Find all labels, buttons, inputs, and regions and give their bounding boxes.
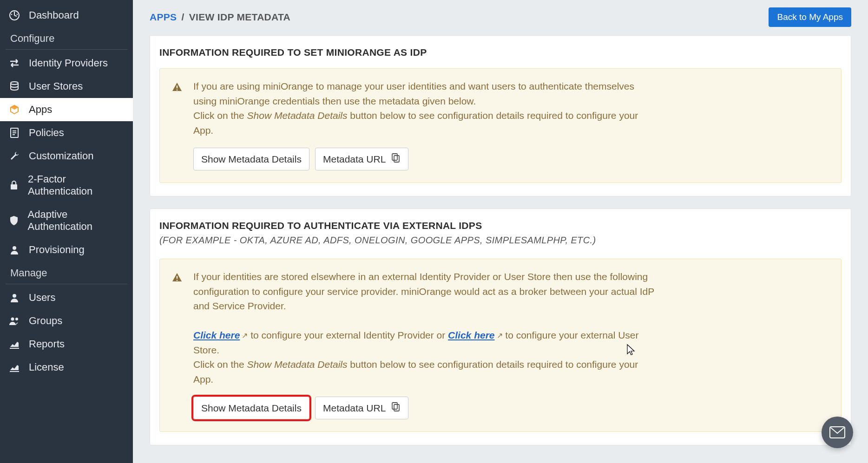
sidebar-item-user-stores[interactable]: User Stores xyxy=(0,75,133,98)
contact-mail-fab[interactable] xyxy=(822,417,853,448)
svg-rect-18 xyxy=(394,404,399,411)
svg-point-12 xyxy=(13,246,16,250)
external-link-icon: ↗ xyxy=(497,330,503,341)
alert-text-p3: Click on the Show Metadata Details butto… xyxy=(193,357,658,386)
lock-icon xyxy=(8,180,20,191)
sidebar-item-2fa[interactable]: 2-Factor Authentication xyxy=(0,168,133,203)
alert-text-p2: Click here↗ to configure your external I… xyxy=(193,328,658,357)
sidebar-item-label: Apps xyxy=(29,104,52,116)
warning-icon xyxy=(172,82,182,170)
users-icon xyxy=(8,316,20,326)
arrows-icon xyxy=(8,59,20,68)
chart-icon xyxy=(8,363,20,372)
sidebar-item-users[interactable]: Users xyxy=(0,286,133,309)
external-link-icon: ↗ xyxy=(242,330,248,341)
sidebar-item-label: User Stores xyxy=(29,80,83,92)
sidebar-item-reports[interactable]: Reports xyxy=(0,333,133,356)
user-icon xyxy=(8,244,20,255)
chart-icon xyxy=(8,339,20,349)
sidebar: Dashboard Configure Identity Providers U… xyxy=(0,0,133,463)
card-title: INFORMATION REQUIRED TO SET MINIORANGE A… xyxy=(159,47,842,58)
click-here-idp-link[interactable]: Click here xyxy=(193,330,240,340)
svg-rect-17 xyxy=(392,154,397,160)
sidebar-item-adaptive-auth[interactable]: Adaptive Authentication xyxy=(0,203,133,238)
sidebar-item-label: License xyxy=(29,361,64,373)
svg-rect-11 xyxy=(11,184,17,189)
copy-icon xyxy=(391,402,401,414)
page-header: APPS / VIEW IDP METADATA Back to My Apps xyxy=(150,0,851,35)
svg-point-4 xyxy=(17,14,18,15)
breadcrumb-separator: / xyxy=(182,12,184,22)
copy-icon xyxy=(391,153,401,165)
svg-point-13 xyxy=(13,294,16,298)
sidebar-item-label: Customization xyxy=(29,150,93,162)
breadcrumb: APPS / VIEW IDP METADATA xyxy=(150,12,290,23)
metadata-url-button[interactable]: Metadata URL xyxy=(315,397,408,419)
card-external-idps: INFORMATION REQUIRED TO AUTHENTICATE VIA… xyxy=(150,209,851,445)
sidebar-item-label: Identity Providers xyxy=(29,57,108,69)
sidebar-item-label: Groups xyxy=(29,315,62,327)
sidebar-item-identity-providers[interactable]: Identity Providers xyxy=(0,52,133,75)
metadata-url-button[interactable]: Metadata URL xyxy=(315,148,408,170)
metadata-url-label: Metadata URL xyxy=(323,154,386,165)
alert-text-p1: If your identities are stored elsewhere … xyxy=(193,269,658,313)
button-row: Show Metadata Details Metadata URL xyxy=(193,148,658,170)
divider xyxy=(6,49,127,50)
sidebar-item-label: Users xyxy=(29,292,55,304)
show-metadata-details-button[interactable]: Show Metadata Details xyxy=(193,148,309,170)
sidebar-item-label: Reports xyxy=(29,338,65,350)
svg-rect-16 xyxy=(394,156,399,162)
svg-rect-19 xyxy=(392,403,397,409)
card-subtitle: (FOR EXAMPLE - OKTA, AZURE AD, ADFS, ONE… xyxy=(159,235,842,246)
button-row: Show Metadata Details Metadata URL xyxy=(193,397,658,419)
alert-text-p1: If you are using miniOrange to manage yo… xyxy=(193,79,658,108)
back-to-my-apps-button[interactable]: Back to My Apps xyxy=(769,7,851,27)
alert-text-p2: Click on the Show Metadata Details butto… xyxy=(193,108,658,137)
sidebar-item-license[interactable]: License xyxy=(0,356,133,379)
card-miniorange-idp: INFORMATION REQUIRED TO SET MINIORANGE A… xyxy=(150,35,851,196)
wrench-icon xyxy=(8,150,20,162)
alert-body: If you are using miniOrange to manage yo… xyxy=(193,79,658,170)
sidebar-section-configure: Configure xyxy=(0,27,133,49)
sidebar-item-provisioning[interactable]: Provisioning xyxy=(0,238,133,261)
svg-point-6 xyxy=(11,82,18,85)
alert-body: If your identities are stored elsewhere … xyxy=(193,269,658,419)
click-here-userstore-link[interactable]: Click here xyxy=(448,330,494,340)
svg-point-14 xyxy=(11,318,14,321)
sidebar-item-customization[interactable]: Customization xyxy=(0,144,133,168)
sidebar-item-label: Policies xyxy=(29,127,64,139)
metadata-url-label: Metadata URL xyxy=(323,403,386,414)
shield-icon xyxy=(8,215,20,226)
sidebar-item-apps[interactable]: Apps xyxy=(0,98,133,121)
breadcrumb-link-apps[interactable]: APPS xyxy=(150,12,177,22)
alert-external: If your identities are stored elsewhere … xyxy=(159,259,842,432)
sidebar-section-manage: Manage xyxy=(0,261,133,284)
card-title: INFORMATION REQUIRED TO AUTHENTICATE VIA… xyxy=(159,220,842,231)
sidebar-item-label: Provisioning xyxy=(29,244,85,256)
user-icon xyxy=(8,292,20,303)
svg-line-2 xyxy=(14,15,17,16)
dashboard-icon xyxy=(8,10,20,21)
sidebar-item-dashboard[interactable]: Dashboard xyxy=(0,4,133,27)
sidebar-item-groups[interactable]: Groups xyxy=(0,309,133,333)
sidebar-item-label: Adaptive Authentication xyxy=(28,209,125,233)
database-icon xyxy=(8,81,20,92)
alert-miniorange: If you are using miniOrange to manage yo… xyxy=(159,68,842,183)
svg-point-15 xyxy=(15,318,18,320)
sidebar-item-label: 2-Factor Authentication xyxy=(28,173,125,197)
breadcrumb-current: VIEW IDP METADATA xyxy=(189,12,290,22)
svg-point-5 xyxy=(14,12,15,13)
svg-point-3 xyxy=(11,14,13,15)
cube-icon xyxy=(8,104,20,115)
show-metadata-details-button[interactable]: Show Metadata Details xyxy=(193,397,309,419)
sidebar-item-policies[interactable]: Policies xyxy=(0,121,133,144)
main-content: APPS / VIEW IDP METADATA Back to My Apps… xyxy=(133,0,868,463)
document-icon xyxy=(8,127,20,138)
sidebar-item-label: Dashboard xyxy=(29,9,79,21)
divider xyxy=(6,284,127,284)
warning-icon xyxy=(172,272,182,419)
